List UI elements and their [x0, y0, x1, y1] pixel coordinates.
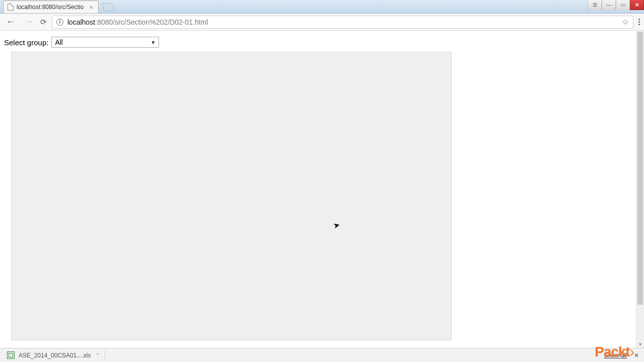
url-host: localhost [67, 18, 95, 26]
donut-chart [157, 173, 339, 340]
donut-slice[interactable] [75, 86, 157, 159]
group-select-value: All [55, 38, 63, 46]
page-viewport: Select group: All ▾ ➤ [0, 31, 644, 348]
maximize-button[interactable]: ▭ [616, 0, 630, 10]
bookmark-star-icon[interactable]: ☆ [622, 17, 629, 27]
download-menu-chevron-icon[interactable]: ⌃ [96, 352, 100, 358]
browser-menu-button[interactable] [638, 19, 640, 25]
close-shelf-button[interactable]: ✕ [634, 352, 639, 359]
new-tab-button[interactable] [101, 3, 115, 11]
browser-titlebar: localhost:8080/src/Sectio × ☰ — ▭ ✕ [0, 0, 644, 14]
close-window-button[interactable]: ✕ [630, 0, 644, 10]
scrollbar-thumb[interactable] [637, 32, 643, 305]
window-controls: ☰ — ▭ ✕ [588, 0, 644, 10]
control-row: Select group: All [4, 37, 632, 48]
download-shelf: ASE_2014_00CSA01....xls ⌃ Show all ✕ [0, 348, 644, 362]
donut-slice[interactable] [158, 86, 244, 256]
select-group-label: Select group: [4, 38, 48, 47]
donut-slice[interactable] [71, 147, 116, 199]
donut-slice[interactable] [75, 187, 136, 248]
browser-tab[interactable]: localhost:8080/src/Sectio × [3, 1, 99, 13]
scrollbar-down-arrow[interactable]: ▾ [636, 340, 644, 348]
reload-button[interactable]: ⟳ [40, 18, 47, 27]
donut-slice[interactable] [116, 211, 157, 259]
user-button[interactable]: ☰ [588, 0, 602, 10]
minimize-button[interactable]: — [602, 0, 616, 10]
tab-title: localhost:8080/src/Sectio [17, 4, 84, 11]
browser-toolbar: ← → ⟳ i localhost:8080/src/Section%202/D… [0, 14, 644, 31]
packt-watermark: Packt› [595, 344, 634, 360]
address-bar[interactable]: i localhost:8080/src/Section%202/D02-01.… [52, 16, 633, 29]
back-button[interactable]: ← [4, 16, 17, 28]
vertical-scrollbar[interactable]: ▾ [636, 31, 644, 348]
download-filename: ASE_2014_00CSA01....xls [19, 352, 91, 359]
download-item[interactable]: ASE_2014_00CSA01....xls ⌃ [5, 349, 105, 361]
page-body: Select group: All [0, 31, 636, 348]
tab-close-icon[interactable]: × [88, 4, 94, 11]
forward-button: → [22, 16, 35, 28]
xls-file-icon [7, 351, 15, 359]
file-icon [8, 4, 14, 11]
group-select[interactable]: All [51, 37, 159, 48]
donut-slice[interactable] [158, 215, 179, 259]
site-info-icon[interactable]: i [56, 19, 63, 26]
url-path: :8080/src/Section%202/D02-01.html [95, 18, 208, 26]
chart-container [11, 52, 452, 340]
